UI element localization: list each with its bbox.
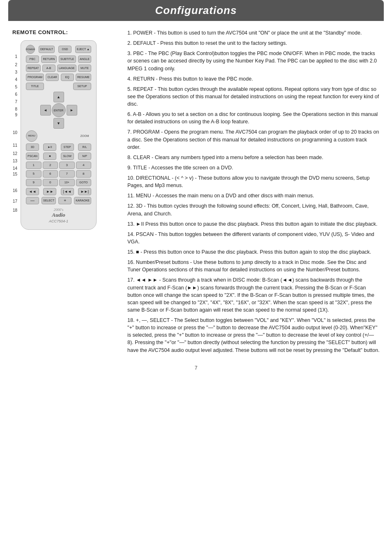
eq-button[interactable]: EQ [61,74,74,81]
resume-button[interactable]: RESUME [76,74,91,81]
num-4-button[interactable]: 4 [76,162,92,169]
ln-11: 11 [12,141,19,150]
plus-button[interactable]: + [58,197,71,204]
ln-1: 1 [12,52,19,61]
brand-year: 2000's [54,208,63,212]
item-number: 3. [127,51,133,56]
clear-button[interactable]: CLEAR [46,74,59,81]
np-button[interactable]: N/P [78,153,91,160]
default-button[interactable]: DEFAULT [39,46,55,53]
ln-4: 4 [12,76,19,83]
page-number: 7 [12,365,380,371]
minus-button[interactable]: — [26,197,39,204]
item-number: 2. [127,40,133,46]
content-area: REMOTE CONTROL: 1 2 3 4 5 6 7 8 9 10 11 … [12,29,380,357]
goto-button[interactable]: GOTO [76,179,92,186]
eject-button[interactable]: EJECT ▲ [75,46,91,53]
ln-7: 7 [12,98,19,105]
num-7-button[interactable]: 7 [59,170,75,178]
menu-button[interactable]: MENU [26,130,37,142]
item-number: 18. [127,317,136,323]
ln-10: 10 [12,124,19,141]
select-button[interactable]: SELECT [42,197,56,204]
remote-row-3: REPEAT A-B LANGUAGE MUTE [26,65,91,72]
remote-row-seek: ◄◄ ►► |◄◄ ►►| [26,188,91,195]
remote-body: POWER DEFAULT OSD EJECT ▲ PBC RETURN SUB… [21,40,97,230]
remote-with-numbers: 1 2 3 4 5 6 7 8 9 10 11 12 13 14 15 16 1 [12,40,119,230]
playpause-button[interactable]: ►II [43,143,56,151]
num-8-button[interactable]: 8 [76,170,92,178]
instruction-item-15: 15. ■ - Press this button once to Pause … [127,248,380,256]
ln-8: 8 [12,105,19,113]
step-button[interactable]: STEP [61,143,74,151]
subtitle-button[interactable]: SUBTITLE [59,56,76,63]
remote-row-2: PBC RETURN SUBTITLE ANGLE [26,56,91,63]
ln-6: 6 [12,90,19,98]
remote-row-transport1: 3D ►II STEP R/L [26,143,91,151]
instruction-item-1: 1. POWER - This button is used to turn t… [127,29,380,37]
ln-3: 3 [12,68,19,76]
dpad-down-button[interactable]: ▼ [53,118,64,129]
title-button[interactable]: TITLE [26,83,44,90]
instruction-item-3: 3. PBC - The PBC (Play Back Control)butt… [127,50,380,72]
num-2-button[interactable]: 2 [43,162,58,169]
item-number: 17. [127,277,136,283]
instruction-item-14: 14. PSCAN - This button toggles between … [127,231,380,245]
instruction-item-11: 11. MENU - Accesses the main menu on a D… [127,192,380,199]
enter-button[interactable]: ENTER [52,103,66,117]
return-button[interactable]: RETURN [41,56,56,63]
power-button[interactable]: POWER [26,45,35,54]
next-button[interactable]: ►►| [78,188,91,195]
num-5-button[interactable]: 5 [26,170,42,178]
num-0-button[interactable]: 0 [43,179,58,186]
pbc-button[interactable]: PBC [26,56,39,63]
brand-model: ACC7504-1 [26,219,91,223]
ln-17: 17 [12,197,19,206]
num-10plus-button[interactable]: 10+ [59,179,75,186]
ln-5: 5 [12,83,19,90]
item-number: 14. [127,231,136,237]
dpad-left-button[interactable]: ◄ [40,105,51,116]
program-button[interactable]: PROGRAM [26,74,44,81]
page: Configurations REMOTE CONTROL: 1 2 3 4 5… [0,0,392,555]
dpad-up-button[interactable]: ▲ [53,92,64,102]
dpad-right-button[interactable]: ► [67,105,77,116]
mute-button[interactable]: MUTE [78,65,91,72]
item-number: 9. [127,165,133,171]
prev-button[interactable]: |◄◄ [61,188,74,195]
brand-name: Audio [52,212,65,218]
instruction-item-5: 5. REPEAT - This button cycles through t… [127,86,380,108]
setup-button[interactable]: SETUP [73,83,91,90]
line-numbers-col: 1 2 3 4 5 6 7 8 9 10 11 12 13 14 15 16 1 [12,40,19,215]
instruction-item-8: 8. CLEAR - Clears any numbers typed into… [127,154,380,161]
item-number: 15. [127,249,136,255]
num-1-button[interactable]: 1 [26,162,42,169]
rl-button[interactable]: R/L [78,143,91,151]
pscan-button[interactable]: PSCAN [26,153,39,160]
instruction-item-16: 16. Number/Preset buttons - Use these bu… [127,259,380,273]
stop-button[interactable]: ■ [43,153,56,160]
rew-button[interactable]: ◄◄ [26,188,39,195]
ab-button[interactable]: A-B [42,65,55,72]
ln-15: 15 [12,172,19,184]
karaoke-button[interactable]: KARAOKE [74,197,91,204]
repeat-button[interactable]: REPEAT [26,65,41,72]
dpad-container: ▲ ◄ ENTER ► ▼ [40,92,77,129]
ln-9: 9 [12,113,19,124]
language-button[interactable]: LANGUAGE [57,65,76,72]
num-3-button[interactable]: 3 [59,162,75,169]
osd-button[interactable]: OSD [58,46,71,53]
remote-row-menu: MENU ZOOM [26,130,91,142]
page-title: Configurations [21,4,371,17]
ln-12: 12 [12,150,19,157]
ln-13: 13 [12,157,19,164]
remote-row-4: PROGRAM CLEAR EQ RESUME [26,74,91,81]
3d-button[interactable]: 3D [26,143,39,151]
slow-button[interactable]: SLOW [61,153,74,160]
instructions-list: 1. POWER - This button is used to turn t… [127,29,380,354]
num-9-button[interactable]: 9 [26,179,42,186]
instruction-item-13: 13. ►II Press this button once to pause … [127,220,380,228]
num-6-button[interactable]: 6 [43,170,58,178]
angle-button[interactable]: ANGLE [78,56,91,63]
ff-button[interactable]: ►► [43,188,56,195]
